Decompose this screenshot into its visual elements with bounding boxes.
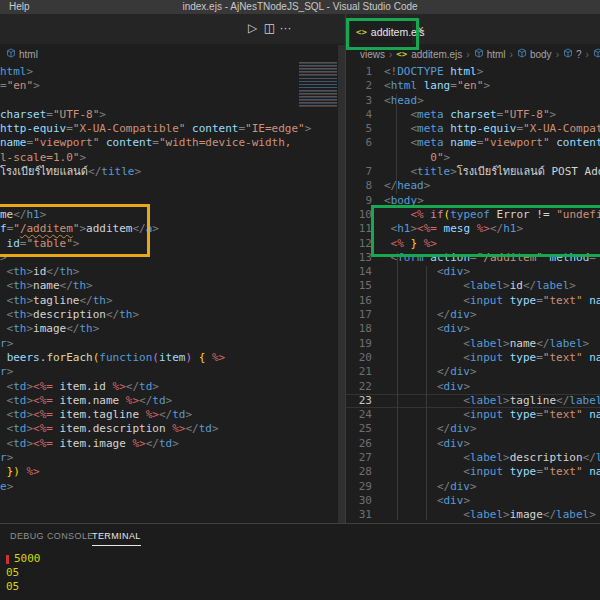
split-editor-button[interactable]: ◫ bbox=[262, 21, 277, 35]
code-line[interactable]: beers.forEach(function(item) { %> bbox=[0, 351, 338, 365]
code-line[interactable]: 28<input type="text" name bbox=[346, 465, 600, 479]
breadcrumb-item-body[interactable]: body bbox=[530, 49, 552, 60]
panel-tab-terminal[interactable]: TERMINAL bbox=[92, 531, 141, 546]
code-line[interactable]: 8</head> bbox=[346, 179, 600, 193]
code-line[interactable]: 2<html lang="en"> bbox=[346, 79, 600, 93]
code-line[interactable]: 31<label>image</label> bbox=[346, 508, 600, 522]
code-line[interactable]: 29</div> bbox=[346, 480, 600, 494]
editor-left[interactable]: html>="en">charset="UTF-8">http-equiv="X… bbox=[0, 65, 338, 523]
breadcrumb-item-html[interactable]: html bbox=[487, 49, 506, 60]
editor-right[interactable]: 1<!DOCTYPE html>2<html lang="en">3<head>… bbox=[346, 65, 600, 523]
code-line[interactable]: 14<div> bbox=[346, 265, 600, 279]
breadcrumb-item--[interactable]: ? bbox=[576, 49, 582, 60]
symbol-cube-icon bbox=[563, 48, 573, 60]
line-number: 26 bbox=[346, 437, 372, 451]
code-line[interactable]: 5<meta http-equiv="X-UA-Compatib bbox=[346, 122, 600, 136]
code-line[interactable]: 0"> bbox=[346, 151, 600, 165]
code-line[interactable]: <th>image</th> bbox=[0, 322, 338, 336]
code-line[interactable]: <th>tagline</th> bbox=[0, 294, 338, 308]
code-line[interactable]: 7<title>โรงเบียร์ไทยแลนด์ POST Add bbox=[346, 165, 600, 179]
run-button[interactable]: ▷ bbox=[245, 21, 260, 35]
code-line[interactable]: 15<label>id</label> bbox=[346, 279, 600, 293]
indent-guide bbox=[397, 252, 398, 520]
breadcrumb-left[interactable]: html bbox=[6, 45, 38, 63]
code-line[interactable]: 17</div> bbox=[346, 308, 600, 322]
indent-guide bbox=[396, 94, 397, 194]
line-number: 19 bbox=[346, 337, 372, 351]
code-line[interactable]: 18<div> bbox=[346, 322, 600, 336]
code-line[interactable]: 22<div> bbox=[346, 380, 600, 394]
code-line[interactable]: e> bbox=[0, 480, 338, 494]
line-number: 24 bbox=[346, 408, 372, 422]
symbol-cube-icon bbox=[517, 48, 527, 60]
code-line[interactable]: name="viewport" content="width=device-wi… bbox=[0, 136, 338, 150]
code-line[interactable]: 27<label>description</lab bbox=[346, 451, 600, 465]
line-number: 21 bbox=[346, 365, 372, 379]
code-line[interactable]: <th>description</th> bbox=[0, 308, 338, 322]
code-line[interactable]: 23<label>tagline</label> bbox=[346, 394, 600, 408]
line-number: 8 bbox=[346, 179, 372, 193]
line-number: 28 bbox=[346, 465, 372, 479]
title-bar: Help index.ejs - AjNesTNodeJS_SQL - Visu… bbox=[0, 0, 600, 14]
code-line[interactable]: 25</div> bbox=[346, 422, 600, 436]
minimap[interactable] bbox=[299, 62, 337, 107]
code-line[interactable]: 19<label>name</label> bbox=[346, 337, 600, 351]
terminal-line: 05 bbox=[6, 566, 41, 580]
code-line[interactable]: <td><%= item.id %></td> bbox=[0, 380, 338, 394]
code-line[interactable]: http-equiv="X-UA-Compatible" content="IE… bbox=[0, 122, 338, 136]
line-number: 18 bbox=[346, 322, 372, 336]
code-line[interactable]: r> bbox=[0, 451, 338, 465]
vscode-window: Help index.ejs - AjNesTNodeJS_SQL - Visu… bbox=[0, 0, 600, 600]
code-line[interactable]: r> bbox=[0, 337, 338, 351]
line-number: 11 bbox=[346, 222, 372, 236]
code-line[interactable]: <th>name</th> bbox=[0, 279, 338, 293]
terminal-output[interactable]: 50000505 bbox=[6, 552, 41, 594]
code-line[interactable]: <td><%= item.name %></td> bbox=[0, 394, 338, 408]
breadcrumb-item-additem-ejs[interactable]: additem.ejs bbox=[411, 49, 462, 60]
breadcrumb-separator: › bbox=[586, 49, 589, 60]
code-line[interactable]: 21</div> bbox=[346, 365, 600, 379]
code-line[interactable]: <td><%= item.description %></td> bbox=[0, 422, 338, 436]
breadcrumb-separator: › bbox=[556, 49, 559, 60]
code-line[interactable]: html> bbox=[0, 65, 338, 79]
code-line[interactable]: 6<meta name="viewport" content=" bbox=[346, 136, 600, 150]
code-line[interactable]: ="en"> bbox=[0, 79, 338, 93]
symbol-cube-icon bbox=[593, 48, 600, 60]
code-line[interactable] bbox=[0, 179, 338, 193]
code-line[interactable]: 20<input type="text" name bbox=[346, 351, 600, 365]
code-line[interactable]: 4<meta charset="UTF-8"> bbox=[346, 108, 600, 122]
ejs-file-icon: <> bbox=[396, 49, 407, 59]
line-number bbox=[346, 151, 372, 165]
line-number: 9 bbox=[346, 194, 372, 208]
breadcrumb-separator: › bbox=[466, 49, 469, 60]
line-number: 7 bbox=[346, 165, 372, 179]
breadcrumb-item-views[interactable]: views bbox=[360, 49, 385, 60]
code-line[interactable]: 3<head> bbox=[346, 94, 600, 108]
code-line[interactable]: โรงเบียร์ไทยแลนด์</title> bbox=[0, 165, 338, 179]
annotation-green-box-tab bbox=[346, 18, 419, 50]
line-number: 5 bbox=[346, 122, 372, 136]
line-number: 14 bbox=[346, 265, 372, 279]
code-line[interactable]: <th>id</th> bbox=[0, 265, 338, 279]
code-line[interactable]: r> bbox=[0, 365, 338, 379]
code-line[interactable]: 30<div> bbox=[346, 494, 600, 508]
code-line[interactable]: 24<input type="text" name bbox=[346, 408, 600, 422]
terminal-red-mark bbox=[6, 555, 9, 564]
code-line[interactable]: 26<div> bbox=[346, 437, 600, 451]
code-line[interactable] bbox=[0, 94, 338, 108]
more-actions-button[interactable]: ··· bbox=[278, 21, 293, 35]
breadcrumb-item-html[interactable]: html bbox=[19, 49, 38, 60]
breadcrumb-separator: › bbox=[510, 49, 513, 60]
code-line[interactable]: }) %> bbox=[0, 465, 338, 479]
code-line[interactable]: 16<input type="text" name bbox=[346, 294, 600, 308]
bottom-panel: DEBUG CONSOLE TERMINAL 50000505 bbox=[0, 523, 600, 600]
code-line[interactable]: l-scale=1.0"> bbox=[0, 151, 338, 165]
panel-tab-debug-console[interactable]: DEBUG CONSOLE bbox=[10, 531, 94, 545]
indent-guide bbox=[426, 266, 427, 520]
code-line[interactable]: <td><%= item.image %></td> bbox=[0, 437, 338, 451]
symbol-cube-icon bbox=[474, 48, 484, 60]
code-line[interactable]: 1<!DOCTYPE html> bbox=[346, 65, 600, 79]
code-line[interactable]: <td><%= item.tagline %></td> bbox=[0, 408, 338, 422]
code-line[interactable]: charset="UTF-8"> bbox=[0, 108, 338, 122]
line-number: 22 bbox=[346, 380, 372, 394]
